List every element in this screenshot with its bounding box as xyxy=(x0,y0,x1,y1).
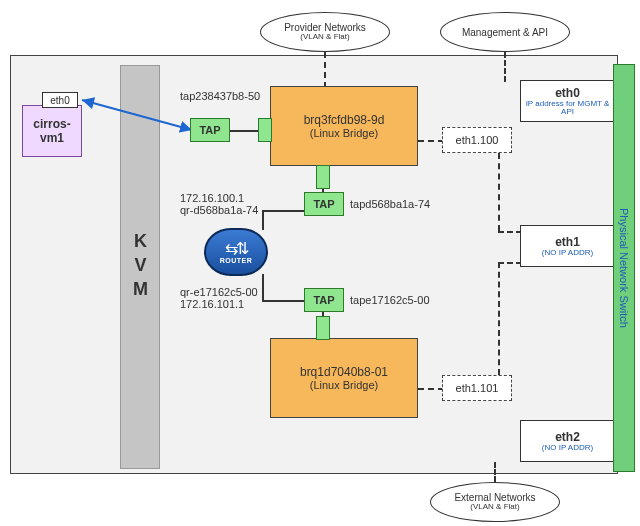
bridge1: brq3fcfdb98-9d (Linux Bridge) xyxy=(270,86,418,166)
conn-tap2-router-v xyxy=(262,210,264,230)
cloud-mgmt: Management & API xyxy=(440,12,570,52)
router-icon: ⇆⇅ ROUTER xyxy=(204,228,268,276)
conn-tap1-bridge1 xyxy=(230,130,258,132)
router-port2-ip: 172.16.101.1 xyxy=(180,298,244,310)
conn-external-eth2 xyxy=(494,462,496,482)
conn-sub2-eth1-v xyxy=(498,262,500,375)
cloud-provider-sub: (VLAN & Flat) xyxy=(300,33,349,42)
nic-eth2-desc: (NO IP ADDR) xyxy=(542,444,593,452)
vm-box: cirros-vm1 xyxy=(22,105,82,157)
router-label: ROUTER xyxy=(220,257,253,264)
nic-eth1: eth1 (NO IP ADDR) xyxy=(520,225,615,267)
conn-mgmt-eth0 xyxy=(504,52,506,82)
router-port1-ip: 172.16.100.1 xyxy=(180,192,244,204)
subiface-eth1-100: eth1.100 xyxy=(442,127,512,153)
bridge1-sub: (Linux Bridge) xyxy=(310,127,378,139)
nic-eth2: eth2 (NO IP ADDR) xyxy=(520,420,615,462)
nic-eth2-name: eth2 xyxy=(555,430,580,444)
bridge2-name: brq1d7040b8-01 xyxy=(300,365,388,379)
nic-eth0: eth0 IP address for MGMT & API xyxy=(520,80,615,122)
physical-switch-label: Physical Network Switch xyxy=(618,208,630,328)
bridge2-sub: (Linux Bridge) xyxy=(310,379,378,391)
bridge1-name: brq3fcfdb98-9d xyxy=(304,113,385,127)
tap2-chip xyxy=(316,165,330,189)
kvm-label: KVM xyxy=(130,231,151,303)
subiface-eth1-101: eth1.101 xyxy=(442,375,512,401)
diagram-canvas: Provider Networks (VLAN & Flat) Manageme… xyxy=(0,0,640,526)
tap1-name: tap238437b8-50 xyxy=(180,90,260,102)
tap3-name: tape17162c5-00 xyxy=(350,294,430,306)
svg-line-0 xyxy=(82,100,192,130)
cloud-mgmt-title: Management & API xyxy=(462,27,548,38)
cloud-external-sub: (VLAN & Flat) xyxy=(470,503,519,512)
conn-sub1-eth1-h xyxy=(498,231,522,233)
tap3-chip xyxy=(316,316,330,340)
conn-tap2-router-h xyxy=(262,210,306,212)
tap2-name: tapd568ba1a-74 xyxy=(350,198,430,210)
nic-eth0-name: eth0 xyxy=(555,86,580,100)
router-glyph: ⇆⇅ xyxy=(225,241,247,257)
nic-eth0-desc: IP address for MGMT & API xyxy=(521,100,614,117)
conn-router-tap3-v xyxy=(262,274,264,300)
nic-eth1-desc: (NO IP ADDR) xyxy=(542,249,593,257)
vm-name: cirros-vm1 xyxy=(23,117,81,145)
tap1: TAP xyxy=(190,118,230,142)
conn-sub2-eth1-h xyxy=(498,262,522,264)
tap2: TAP xyxy=(304,192,344,216)
conn-bridge1-sub1 xyxy=(418,140,444,142)
conn-bridge2-sub2 xyxy=(418,388,444,390)
cloud-provider: Provider Networks (VLAN & Flat) xyxy=(260,12,390,52)
conn-provider-bridge1 xyxy=(324,52,326,88)
nic-eth1-name: eth1 xyxy=(555,235,580,249)
conn-sub1-eth1-v xyxy=(498,153,500,231)
bridge2: brq1d7040b8-01 (Linux Bridge) xyxy=(270,338,418,418)
router-port2-qr: qr-e17162c5-00 xyxy=(180,286,258,298)
cloud-external: External Networks (VLAN & Flat) xyxy=(430,482,560,522)
router-port1-qr: qr-d568ba1a-74 xyxy=(180,204,258,216)
physical-switch: Physical Network Switch xyxy=(613,64,635,472)
vm-eth0: eth0 xyxy=(42,92,78,108)
tap3: TAP xyxy=(304,288,344,312)
conn-router-tap3-h xyxy=(262,300,306,302)
tap1-chip xyxy=(258,118,272,142)
